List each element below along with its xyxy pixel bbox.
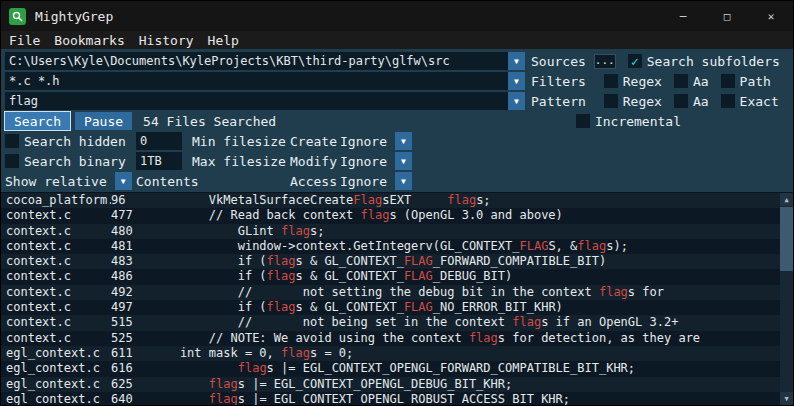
search-hidden-label: Search hidden bbox=[24, 134, 126, 149]
search-mode-value: Contents bbox=[136, 174, 199, 189]
menu-bookmarks[interactable]: Bookmarks bbox=[54, 33, 124, 48]
match-highlight: flag bbox=[447, 193, 476, 207]
menu-history[interactable]: History bbox=[139, 33, 194, 48]
result-row[interactable]: context.c492 // not setting the debug bi… bbox=[1, 285, 793, 300]
match-highlight: FLAG bbox=[404, 254, 433, 268]
sources-row: ▼ Sources ... ✓ Search subfolders bbox=[5, 52, 789, 70]
scrollbar-thumb[interactable] bbox=[780, 207, 793, 271]
result-code: // NOTE: We avoid using the context flag… bbox=[151, 331, 793, 346]
menu-help[interactable]: Help bbox=[208, 33, 239, 48]
filters-case-checkbox[interactable] bbox=[674, 74, 688, 88]
pattern-input[interactable] bbox=[5, 92, 508, 110]
minimize-button[interactable]: ─ bbox=[661, 1, 705, 31]
result-line-number: 477 bbox=[111, 208, 151, 223]
result-row[interactable]: egl_context.c625 flags |= EGL_CONTEXT_OP… bbox=[1, 377, 793, 392]
sources-input[interactable] bbox=[5, 52, 508, 70]
create-filter-dropdown[interactable]: Ignore ▼ bbox=[340, 132, 789, 150]
results-list: cocoa_platform.h96 VkMetalSurfaceCreateF… bbox=[1, 193, 793, 405]
result-row[interactable]: context.c486 if (flags & GL_CONTEXT_FLAG… bbox=[1, 269, 793, 284]
result-file: context.c bbox=[1, 300, 111, 315]
filters-path-checkbox[interactable] bbox=[721, 74, 735, 88]
match-highlight: flag bbox=[267, 300, 296, 314]
search-button[interactable]: Search bbox=[5, 112, 70, 130]
menu-file[interactable]: File bbox=[9, 33, 40, 48]
access-filter-dropdown[interactable]: Ignore ▼ bbox=[340, 172, 789, 190]
modify-dropdown-arrow-icon[interactable]: ▼ bbox=[395, 152, 412, 170]
incremental-checkbox[interactable] bbox=[576, 114, 590, 128]
min-filesize-input[interactable] bbox=[136, 132, 182, 150]
browse-button[interactable]: ... bbox=[594, 54, 616, 69]
result-file: cocoa_platform.h bbox=[1, 193, 111, 208]
access-dropdown-arrow-icon[interactable]: ▼ bbox=[395, 172, 412, 190]
result-row[interactable]: cocoa_platform.h96 VkMetalSurfaceCreateF… bbox=[1, 193, 793, 208]
pause-button[interactable]: Pause bbox=[75, 112, 132, 130]
pattern-case-option: Aa bbox=[674, 94, 709, 109]
files-searched-status: 54 Files Searched bbox=[143, 114, 276, 129]
scroll-up-button[interactable]: ▲ bbox=[780, 193, 793, 206]
result-file: context.c bbox=[1, 254, 111, 269]
display-options-row: Show relative ▼ Contents Access Ignore ▼ bbox=[5, 172, 789, 190]
access-filter-value: Ignore bbox=[340, 174, 387, 189]
result-row[interactable]: context.c483 if (flags & GL_CONTEXT_FLAG… bbox=[1, 254, 793, 269]
result-row[interactable]: context.c525 // NOTE: We avoid using the… bbox=[1, 331, 793, 346]
result-row[interactable]: egl_context.c616 flags |= EGL_CONTEXT_OP… bbox=[1, 361, 793, 376]
filters-input[interactable] bbox=[5, 72, 508, 90]
search-subfolders-checkbox[interactable]: ✓ bbox=[628, 54, 642, 68]
match-highlight: flag bbox=[577, 239, 606, 253]
match-highlight: flag bbox=[209, 392, 238, 405]
match-highlight: flag bbox=[361, 208, 390, 222]
close-button[interactable]: ✕ bbox=[749, 1, 793, 31]
filters-regex-checkbox[interactable] bbox=[604, 74, 618, 88]
result-row[interactable]: context.c497 if (flags & GL_CONTEXT_FLAG… bbox=[1, 300, 793, 315]
max-filesize-input[interactable] bbox=[136, 152, 182, 170]
result-row[interactable]: egl_context.c611 int mask = 0, flags = 0… bbox=[1, 346, 793, 361]
sources-dropdown-arrow-icon[interactable]: ▼ bbox=[508, 52, 525, 70]
title-bar[interactable]: MightyGrep ─ □ ✕ bbox=[1, 1, 793, 31]
incremental-label: Incremental bbox=[595, 114, 681, 129]
match-highlight: flag bbox=[469, 331, 498, 345]
result-line-number: 625 bbox=[111, 377, 151, 392]
result-line-number: 480 bbox=[111, 224, 151, 239]
path-display-value: Show relative bbox=[5, 174, 107, 189]
result-code: flags |= EGL_CONTEXT_OPENGL_FORWARD_COMP… bbox=[151, 361, 793, 376]
search-binary-checkbox[interactable] bbox=[5, 154, 19, 168]
create-dropdown-arrow-icon[interactable]: ▼ bbox=[395, 132, 412, 150]
result-row[interactable]: egl_context.c640 flags |= EGL_CONTEXT_OP… bbox=[1, 392, 793, 405]
pattern-regex-option: Regex bbox=[604, 94, 662, 109]
filters-path-option: Path bbox=[721, 74, 771, 89]
match-highlight: flag bbox=[512, 315, 541, 329]
result-row[interactable]: context.c515 // not being set in the con… bbox=[1, 315, 793, 330]
result-line-number: 611 bbox=[111, 346, 151, 361]
modify-label: Modify bbox=[290, 154, 337, 169]
maximize-button[interactable]: □ bbox=[705, 1, 749, 31]
result-row[interactable]: context.c477 // Read back context flags … bbox=[1, 208, 793, 223]
search-mode-dropdown[interactable]: Contents bbox=[136, 174, 186, 189]
search-hidden-checkbox[interactable] bbox=[5, 134, 19, 148]
result-row[interactable]: context.c481 window->context.GetIntegerv… bbox=[1, 239, 793, 254]
pattern-case-checkbox[interactable] bbox=[674, 94, 688, 108]
modify-filter-dropdown[interactable]: Ignore ▼ bbox=[340, 152, 789, 170]
filters-dropdown-arrow-icon[interactable]: ▼ bbox=[508, 72, 525, 90]
filters-row: ▼ Filters Regex Aa Path bbox=[5, 72, 789, 90]
match-highlight: flag bbox=[267, 269, 296, 283]
result-file: context.c bbox=[1, 315, 111, 330]
pattern-exact-label: Exact bbox=[740, 94, 779, 109]
result-code: if (flags & GL_CONTEXT_FLAG_FORWARD_COMP… bbox=[151, 254, 793, 269]
filters-case-option: Aa bbox=[674, 74, 709, 89]
pattern-exact-checkbox[interactable] bbox=[721, 94, 735, 108]
max-filesize-row: Search binary Max filesize Modify Ignore… bbox=[5, 152, 789, 170]
mightygrep-window: MightyGrep ─ □ ✕ File Bookmarks History … bbox=[0, 0, 794, 406]
result-file: egl_context.c bbox=[1, 361, 111, 376]
path-display-dropdown-arrow-icon[interactable]: ▼ bbox=[115, 172, 132, 190]
scroll-down-button[interactable]: ▼ bbox=[780, 392, 793, 405]
pattern-case-label: Aa bbox=[693, 94, 709, 109]
pattern-dropdown-arrow-icon[interactable]: ▼ bbox=[508, 92, 525, 110]
result-row[interactable]: context.c480 GLint flags; bbox=[1, 224, 793, 239]
match-highlight: flag bbox=[209, 377, 238, 391]
result-line-number: 481 bbox=[111, 239, 151, 254]
pattern-regex-checkbox[interactable] bbox=[604, 94, 618, 108]
result-code: window->context.GetIntegerv(GL_CONTEXT_F… bbox=[151, 239, 793, 254]
result-code: int mask = 0, flags = 0; bbox=[151, 346, 793, 361]
path-display-dropdown[interactable]: Show relative ▼ bbox=[5, 172, 136, 190]
results-scrollbar[interactable]: ▲ ▼ bbox=[780, 193, 793, 405]
